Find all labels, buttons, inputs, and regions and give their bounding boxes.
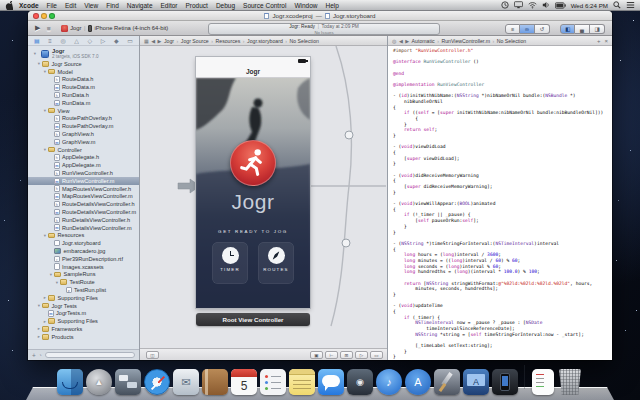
- navigator-toggle-button[interactable]: ◧: [560, 24, 575, 34]
- view-controller-scene[interactable]: Jogr: [196, 57, 310, 308]
- filter-field[interactable]: [45, 352, 135, 359]
- tree-item-maproutesviewcontroller-m[interactable]: mMapRoutesViewController.m: [28, 193, 139, 201]
- menu-edit[interactable]: Edit: [61, 0, 80, 11]
- standard-editor-button[interactable]: ≡: [505, 24, 520, 34]
- disclosure-triangle[interactable]: ▾: [32, 51, 38, 56]
- tree-item-embarcadero-jpg[interactable]: embarcadero.jpg: [28, 247, 139, 255]
- tree-item-jogr-source[interactable]: ▾Jogr Source: [28, 60, 139, 68]
- log-navigator-icon[interactable]: ▭: [127, 37, 133, 44]
- tree-item-maproutesviewcontroller-h[interactable]: hMapRoutesViewController.h: [28, 185, 139, 193]
- test-navigator-icon[interactable]: ◇: [88, 37, 93, 44]
- runner-badge[interactable]: [230, 140, 276, 186]
- tree-item-products[interactable]: ▸Products: [28, 333, 139, 341]
- tree-item-appdelegate-h[interactable]: hAppDelegate.h: [28, 154, 139, 162]
- tree-item-routedata-h[interactable]: hRouteData.h: [28, 76, 139, 84]
- code-line[interactable]: NSString *string = [self timeStringForIn…: [393, 332, 612, 338]
- dock-item-xcode[interactable]: [434, 369, 460, 395]
- segue-node[interactable]: [342, 239, 350, 247]
- app-menu[interactable]: Xcode: [15, 0, 43, 11]
- tree-item-resources[interactable]: ▾Resources: [28, 232, 139, 240]
- tree-item-frameworks[interactable]: ▸Frameworks: [28, 325, 139, 333]
- timer-button[interactable]: TIMER: [212, 242, 248, 284]
- dock-item-finder[interactable]: [57, 369, 83, 395]
- segue-node[interactable]: [345, 131, 353, 139]
- tree-item-sampleruns[interactable]: ▾SampleRuns: [28, 271, 139, 279]
- battery-icon[interactable]: [555, 2, 566, 9]
- jump-bar-item-resources[interactable]: Resources: [216, 38, 241, 44]
- dock-item-notes[interactable]: [289, 369, 315, 395]
- version-editor-button[interactable]: ↺: [535, 24, 550, 34]
- search-navigator-icon[interactable]: ◎: [60, 37, 65, 44]
- debug-area-toggle-button[interactable]: ▄: [575, 24, 590, 34]
- dock-item-facetime[interactable]: ◉: [347, 369, 373, 395]
- tree-item-pier39rundescription-rtf[interactable]: rPier39RunDescription.rtf: [28, 255, 139, 263]
- menu-view[interactable]: View: [80, 0, 102, 11]
- tree-item-rundetailsviewcontroller-h[interactable]: hRunDetailsViewController.h: [28, 216, 139, 224]
- assistant-related-icon[interactable]: ◎: [392, 38, 396, 44]
- tree-item-routepathoverlay-h[interactable]: hRoutePathOverlay.h: [28, 115, 139, 123]
- displays-icon[interactable]: [514, 1, 523, 9]
- minimize-button[interactable]: [41, 13, 47, 19]
- tree-item-images-xcassets[interactable]: Images.xcassets: [28, 263, 139, 271]
- tree-item-runviewcontroller-h[interactable]: hRunViewController.h: [28, 169, 139, 177]
- symbol-navigator-icon[interactable]: ≡: [48, 38, 52, 44]
- jump-bar-item-jogr-source[interactable]: Jogr Source: [181, 38, 209, 44]
- tree-item-graphview-m[interactable]: mGraphView.m: [28, 138, 139, 146]
- window-title-bar[interactable]: Jogr.xcodeproj — Jogr.storyboard: [28, 11, 612, 21]
- related-items-icon[interactable]: ▦: [144, 38, 149, 44]
- back-icon[interactable]: ◀: [151, 38, 155, 44]
- tree-item-testrun-plist[interactable]: pTestRun.plist: [28, 286, 139, 294]
- tree-item-graphview-h[interactable]: hGraphView.h: [28, 130, 139, 138]
- tree-item-rundata-h[interactable]: hRunData.h: [28, 91, 139, 99]
- zoom-button[interactable]: [49, 13, 55, 19]
- assistant-editor-button[interactable]: ∞: [520, 24, 535, 34]
- tree-item-model[interactable]: ▾Model: [28, 68, 139, 76]
- jump-bar-item-jogr[interactable]: Jogr: [164, 38, 174, 44]
- dock-item-app-store[interactable]: A: [405, 369, 431, 395]
- tree-item-controller[interactable]: ▾Controller: [28, 146, 139, 154]
- zoom-control-button[interactable]: ▭: [370, 351, 383, 359]
- routes-button[interactable]: ROUTES: [258, 242, 294, 284]
- close-button[interactable]: [33, 13, 39, 19]
- apple-menu[interactable]: [5, 1, 13, 10]
- forward-icon[interactable]: ▶: [158, 38, 162, 44]
- dock-item-trash[interactable]: [557, 369, 583, 395]
- filter-icon[interactable]: ◔: [39, 352, 42, 358]
- app-title-label[interactable]: Jogr: [196, 190, 310, 214]
- tree-item-testroute[interactable]: ▾TestRoute: [28, 278, 139, 286]
- wifi-icon[interactable]: [528, 1, 537, 9]
- utilities-toggle-button[interactable]: ◨: [590, 24, 605, 34]
- dock-item-mail[interactable]: ✉: [173, 369, 199, 395]
- dock-item-ios-simulator[interactable]: [492, 369, 518, 395]
- tree-item-routedetailsviewcontroller-h[interactable]: hRouteDetailsViewController.h: [28, 200, 139, 208]
- root-view-controller-label[interactable]: Root View Controller: [196, 313, 310, 326]
- resolve-autolayout-button[interactable]: ▷: [355, 351, 368, 359]
- pin-button[interactable]: ⊞: [340, 351, 353, 359]
- tree-item-supporting-files[interactable]: ▸Supporting Files: [28, 317, 139, 325]
- menu-file[interactable]: File: [43, 0, 61, 11]
- volume-icon[interactable]: [542, 1, 550, 9]
- notification-center-icon[interactable]: [626, 1, 635, 9]
- dock-item-mission-control[interactable]: [115, 369, 141, 395]
- dock-item-calendar[interactable]: 5: [231, 369, 257, 395]
- tree-item-runviewcontroller-m[interactable]: mRunViewController.m: [28, 177, 139, 185]
- dock-item-reminders[interactable]: [260, 369, 286, 395]
- scene-navigation-bar[interactable]: Jogr: [196, 57, 310, 78]
- dock-item-developer-app[interactable]: A: [463, 369, 489, 395]
- add-assistant-editor-button[interactable]: +: [597, 38, 601, 44]
- tree-item-supporting-files[interactable]: ▸Supporting Files: [28, 294, 139, 302]
- tree-item-rundetailsviewcontroller-m[interactable]: mRunDetailsViewController.m: [28, 224, 139, 232]
- tree-item-routedetailsviewcontroller-m[interactable]: mRouteDetailsViewController.m: [28, 208, 139, 216]
- forward-icon[interactable]: ▶: [405, 38, 409, 44]
- dock-item-documents[interactable]: [532, 369, 554, 395]
- tree-item-jogr-tests[interactable]: ▾Jogr Tests: [28, 302, 139, 310]
- menu-find[interactable]: Find: [102, 0, 123, 11]
- tree-item-rundata-m[interactable]: mRunData.m: [28, 99, 139, 107]
- dock-item-launchpad[interactable]: ▲: [86, 369, 112, 395]
- jump-bar-item-jogr-storyboard[interactable]: Jogr.storyboard: [247, 38, 283, 44]
- tree-item-routepathoverlay-m[interactable]: mRoutePathOverlay.m: [28, 122, 139, 130]
- tree-item-jogr-storyboard[interactable]: Jogr.storyboard: [28, 239, 139, 247]
- dock-item-safari[interactable]: [144, 369, 170, 395]
- spotlight-icon[interactable]: [613, 1, 621, 9]
- menu-editor[interactable]: Editor: [157, 0, 182, 11]
